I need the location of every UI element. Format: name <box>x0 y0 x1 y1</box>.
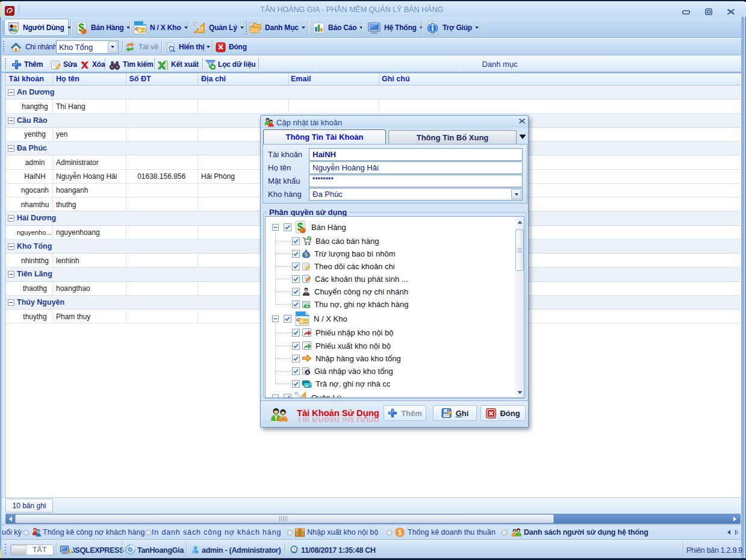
svg-text:$: $ <box>398 529 402 536</box>
svg-text:A: A <box>306 370 309 375</box>
svg-text:$: $ <box>305 252 308 258</box>
